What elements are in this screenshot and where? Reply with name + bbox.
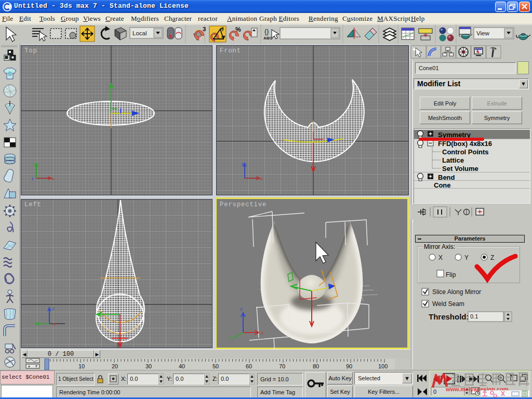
svg-text:Flip: Flip	[446, 271, 456, 278]
svg-text:Left: Left	[24, 201, 42, 208]
svg-text:Front: Front	[220, 47, 241, 55]
svg-text:Weld Seam: Weld Seam	[432, 300, 464, 308]
svg-text:x: x	[261, 331, 263, 336]
svg-text:80: 80	[313, 363, 319, 369]
svg-text:{}: {}	[264, 28, 269, 35]
svg-text:50: 50	[212, 363, 219, 369]
svg-text:%: %	[235, 26, 241, 33]
svg-text:X: X	[438, 254, 443, 261]
svg-text:Lattice: Lattice	[442, 156, 464, 164]
svg-text:z: z	[242, 162, 244, 167]
svg-text:x: x	[260, 177, 263, 182]
svg-text:FFD(box) 4x8x16: FFD(box) 4x8x16	[438, 140, 492, 148]
svg-text:90: 90	[346, 363, 352, 369]
svg-text:Cone: Cone	[434, 181, 451, 189]
svg-text:Slice Along Mirror: Slice Along Mirror	[432, 288, 481, 296]
svg-text:Threshold:: Threshold:	[429, 312, 469, 321]
svg-text:View: View	[476, 30, 489, 36]
svg-text:Symmetry: Symmetry	[438, 131, 471, 139]
svg-text:20: 20	[112, 363, 118, 369]
svg-text:10: 10	[78, 363, 85, 369]
svg-text:70: 70	[279, 363, 285, 369]
svg-text:Local: Local	[132, 30, 147, 36]
svg-text:z: z	[52, 307, 55, 312]
svg-text:40: 40	[179, 363, 185, 369]
svg-text:3: 3	[203, 26, 206, 32]
svg-text:y: y	[33, 162, 36, 167]
svg-text:z: z	[31, 177, 34, 182]
svg-text:Top: Top	[24, 47, 37, 55]
svg-text:100: 100	[378, 363, 388, 369]
svg-text:x: x	[52, 177, 55, 182]
svg-text:30: 30	[145, 363, 152, 369]
svg-text:Perspective: Perspective	[220, 201, 267, 208]
svg-text:Bend: Bend	[438, 174, 455, 181]
svg-text:z: z	[240, 307, 243, 312]
svg-text:x: x	[53, 322, 56, 327]
svg-text:y: y	[229, 335, 232, 340]
svg-text:0.1: 0.1	[470, 313, 478, 320]
svg-text:Set Volume: Set Volume	[442, 165, 478, 172]
svg-text:Control Points: Control Points	[442, 148, 489, 156]
svg-text:60: 60	[246, 363, 252, 369]
svg-text:ABC: ABC	[263, 36, 273, 41]
